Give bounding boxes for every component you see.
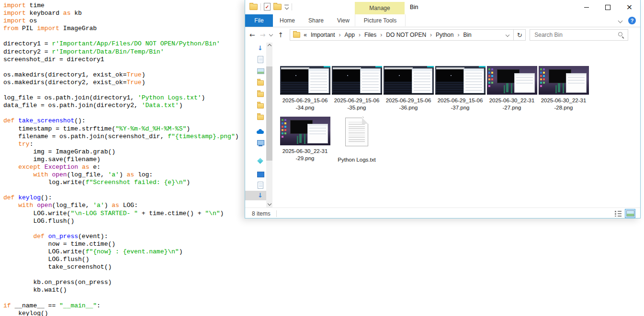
search-input[interactable] bbox=[533, 31, 618, 39]
breadcrumb-separator[interactable]: › bbox=[359, 32, 361, 38]
breadcrumb-segment[interactable]: App bbox=[345, 32, 355, 38]
details-view-button[interactable] bbox=[613, 209, 623, 218]
status-separator bbox=[276, 210, 277, 217]
file-name: 2025-06-29_15-06-35.png bbox=[334, 97, 380, 111]
search-icon[interactable] bbox=[618, 32, 624, 38]
screen: import timeimport keyboard as kbimport o… bbox=[0, 0, 644, 316]
file-item[interactable]: 2025-06-29_15-06-37.png bbox=[434, 66, 486, 111]
file-item[interactable]: Python Logs.txt bbox=[331, 117, 383, 163]
folder-icon[interactable] bbox=[249, 4, 258, 10]
sidebar-item-this-pc[interactable] bbox=[245, 139, 266, 147]
manage-contextual-header[interactable]: Manage bbox=[355, 2, 405, 14]
thumb-decor bbox=[384, 93, 434, 95]
code-line: take_screenshot() bbox=[3, 263, 644, 271]
maximize-button[interactable] bbox=[597, 0, 619, 14]
breadcrumb-separator[interactable]: › bbox=[339, 32, 341, 38]
breadcrumb-segment[interactable]: Python bbox=[436, 32, 453, 38]
file-item[interactable]: 2025-06-29_15-06-35.png bbox=[331, 66, 383, 111]
breadcrumb-segment[interactable]: Files bbox=[364, 32, 376, 38]
breadcrumb-segment[interactable]: DO NOT OPEN bbox=[386, 32, 426, 38]
breadcrumb-separator[interactable]: › bbox=[457, 32, 459, 38]
breadcrumb-collapsed-icon[interactable]: « bbox=[304, 32, 307, 38]
search-box bbox=[530, 29, 628, 41]
sidebar-item-folder[interactable] bbox=[245, 78, 266, 86]
thumb-decor bbox=[487, 93, 537, 95]
recent-locations-icon[interactable] bbox=[269, 33, 273, 36]
documents-icon bbox=[257, 55, 264, 63]
address-box[interactable]: «Important›App›Files›DO NOT OPEN›Python›… bbox=[290, 29, 514, 41]
file-explorer-window: ✓ Manage Bin × File Home Share View Pict… bbox=[245, 0, 641, 218]
thumb-decor bbox=[384, 66, 434, 67]
quick-access-toolbar: ✓ bbox=[249, 3, 292, 11]
thumb-decor bbox=[282, 119, 283, 121]
sidebar-item-downloads[interactable] bbox=[245, 44, 266, 52]
sidebar-item-pictures[interactable] bbox=[245, 67, 266, 75]
file-item[interactable]: 2025-06-30_22-31-27.png bbox=[486, 66, 538, 111]
thumb-decor bbox=[362, 118, 368, 124]
sidebar-item-documents[interactable] bbox=[245, 181, 266, 189]
sidebar-item-downloads[interactable] bbox=[245, 191, 266, 200]
thumb-decor bbox=[375, 66, 382, 67]
refresh-button[interactable]: ↻ bbox=[514, 29, 526, 41]
sidebar-item-documents[interactable] bbox=[245, 55, 266, 63]
thumb-decor bbox=[463, 68, 484, 93]
properties-icon[interactable]: ✓ bbox=[264, 3, 271, 11]
tab-share[interactable]: Share bbox=[302, 14, 330, 27]
address-dropdown-icon[interactable] bbox=[506, 33, 509, 37]
forward-button[interactable]: → bbox=[260, 32, 266, 38]
file-name: 2025-06-29_15-06-37.png bbox=[438, 97, 483, 111]
sidebar-item-folder[interactable] bbox=[245, 90, 266, 98]
scrollbar-thumb[interactable] bbox=[266, 66, 272, 161]
tab-view[interactable]: View bbox=[330, 14, 356, 27]
breadcrumb-segment[interactable]: Important bbox=[311, 32, 335, 38]
tab-home[interactable]: Home bbox=[273, 14, 302, 27]
scroll-down-icon[interactable] bbox=[267, 202, 271, 206]
breadcrumb-separator[interactable]: › bbox=[380, 32, 382, 38]
code-line: if __name__ == "__main__": bbox=[3, 302, 644, 310]
sidebar-item-onedrive[interactable] bbox=[245, 128, 266, 136]
sidebar-item-3d-objects[interactable] bbox=[245, 157, 266, 165]
tab-picture-tools[interactable]: Picture Tools bbox=[355, 14, 406, 26]
help-icon[interactable]: ? bbox=[628, 17, 636, 24]
back-button[interactable]: ← bbox=[249, 32, 255, 38]
sidebar-item-desktop[interactable] bbox=[245, 170, 266, 178]
screenshot-thumbnail bbox=[435, 66, 486, 95]
thumb-decor bbox=[333, 82, 361, 93]
status-bar: 8 items bbox=[245, 207, 640, 219]
up-button[interactable]: ↑ bbox=[278, 32, 283, 38]
thumbnails-view-icon bbox=[626, 210, 634, 217]
thumb-decor bbox=[435, 93, 486, 95]
folder-icon bbox=[257, 101, 264, 109]
sidebar-item-folder[interactable] bbox=[245, 113, 266, 120]
breadcrumb-segment[interactable]: Bin bbox=[463, 32, 471, 38]
code-line bbox=[3, 225, 644, 233]
thumb-decor bbox=[435, 66, 486, 67]
sidebar-item-folder[interactable] bbox=[245, 101, 266, 109]
navigation-scrollbar[interactable] bbox=[266, 43, 272, 207]
thumb-decor bbox=[514, 73, 535, 93]
ribbon-tabs: File Home Share View Picture Tools ? bbox=[245, 14, 640, 27]
thumb-decor bbox=[281, 69, 309, 82]
close-button[interactable]: × bbox=[619, 0, 640, 14]
thumbnails-view-button[interactable] bbox=[625, 209, 635, 218]
file-name: 2025-06-30_22-31-29.png bbox=[282, 148, 328, 162]
code-line: LOG.write(f"{now} : {event.name}\n") bbox=[3, 248, 644, 256]
file-name: 2025-06-29_15-06-36.png bbox=[386, 97, 431, 111]
tab-file[interactable]: File bbox=[245, 14, 273, 27]
thumb-decor bbox=[436, 82, 464, 93]
file-item[interactable]: 2025-06-30_22-31-28.png bbox=[538, 66, 589, 111]
new-folder-icon[interactable] bbox=[273, 4, 282, 10]
item-count: 8 items bbox=[252, 210, 271, 217]
expand-ribbon-icon[interactable] bbox=[618, 18, 623, 23]
customize-toolbar-dropdown-icon[interactable] bbox=[284, 4, 289, 10]
this-pc-icon bbox=[257, 139, 264, 147]
minimize-button[interactable] bbox=[576, 0, 597, 14]
file-item[interactable]: 2025-06-30_22-31-29.png bbox=[279, 117, 331, 163]
file-item[interactable]: 2025-06-29_15-06-34.png bbox=[279, 66, 331, 111]
breadcrumb-separator[interactable]: › bbox=[430, 32, 432, 38]
scroll-up-icon[interactable] bbox=[267, 44, 271, 48]
folder-icon bbox=[257, 90, 264, 98]
code-line: kb.on_press(on_press) bbox=[3, 279, 644, 286]
code-line bbox=[3, 294, 644, 302]
file-item[interactable]: 2025-06-29_15-06-36.png bbox=[383, 66, 434, 111]
